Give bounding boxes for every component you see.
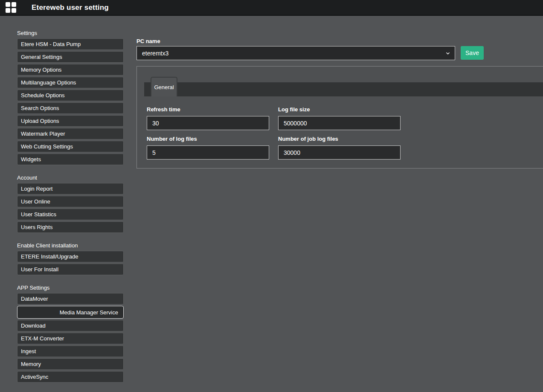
save-button[interactable]: Save — [461, 46, 484, 60]
app-header: Etereweb user setting — [0, 0, 543, 16]
number-of-job-log-files-input[interactable] — [278, 145, 401, 160]
sidebar-item-general-settings[interactable]: General Settings — [17, 51, 124, 63]
sidebar-item-etx-m-converter[interactable]: ETX-M Converter — [17, 333, 124, 344]
field-number-of-log-files: Number of log files — [147, 136, 269, 160]
sidebar-item-memory[interactable]: Memory — [17, 358, 124, 370]
refresh-time-input[interactable] — [147, 116, 269, 130]
sidebar-item-widgets[interactable]: Widgets — [17, 154, 124, 165]
sidebar-item-ingest[interactable]: Ingest — [17, 346, 124, 357]
sidebar: Settings Etere HSM - Data Pump General S… — [17, 30, 124, 384]
chevron-down-icon — [445, 50, 451, 56]
sidebar-item-media-manager-service[interactable]: Media Manager Service — [17, 306, 124, 319]
sidebar-item-web-cutting-settings[interactable]: Web Cutting Settings — [17, 141, 124, 152]
sidebar-item-etere-hsm-data-pump[interactable]: Etere HSM - Data Pump — [17, 38, 124, 50]
sidebar-item-login-report[interactable]: Login Report — [17, 183, 124, 195]
sidebar-item-user-online[interactable]: User Online — [17, 196, 124, 207]
sidebar-section-label: Enable Client installation — [17, 242, 124, 249]
main-content: PC name eteremtx3 Save General Refresh t… — [136, 38, 543, 168]
field-log-file-size: Log file size — [278, 106, 401, 130]
sidebar-item-users-rights[interactable]: Users Rights — [17, 221, 124, 233]
tab-general[interactable]: General — [151, 77, 177, 96]
sidebar-item-upload-options[interactable]: Upload Options — [17, 115, 124, 127]
settings-panel: General Refresh time Log file size Numbe… — [136, 66, 543, 168]
pc-name-row: eteremtx3 Save — [136, 46, 543, 60]
sidebar-section-label: Account — [17, 174, 124, 181]
sidebar-section-label: APP Settings — [17, 285, 124, 291]
sidebar-item-user-for-install[interactable]: User For Install — [17, 264, 124, 275]
sidebar-item-activesync[interactable]: ActiveSync — [17, 371, 124, 383]
sidebar-section-label: Settings — [17, 30, 124, 36]
sidebar-item-etere-install-upgrade[interactable]: ETERE Install/Upgrade — [17, 251, 124, 262]
sidebar-section-account: Account Login Report User Online User St… — [17, 174, 124, 233]
field-number-of-job-log-files: Number of job log files — [278, 136, 401, 160]
log-file-size-label: Log file size — [278, 106, 401, 113]
pc-name-selected-value: eteremtx3 — [142, 50, 168, 57]
sidebar-item-memory-options[interactable]: Memory Options — [17, 64, 124, 75]
sidebar-item-watermark-player[interactable]: Watermark Player — [17, 128, 124, 139]
sidebar-section-app-settings: APP Settings DataMover Media Manager Ser… — [17, 285, 124, 383]
sidebar-item-datamover[interactable]: DataMover — [17, 293, 124, 305]
pc-name-select[interactable]: eteremtx3 — [136, 46, 455, 60]
number-of-log-files-label: Number of log files — [147, 136, 269, 142]
sidebar-item-download[interactable]: Download — [17, 320, 124, 331]
sidebar-item-search-options[interactable]: Search Options — [17, 102, 124, 114]
settings-form: Refresh time Log file size Number of log… — [147, 106, 543, 160]
sidebar-item-multilanguage-options[interactable]: Multilanguage Options — [17, 77, 124, 88]
field-refresh-time: Refresh time — [147, 106, 269, 130]
number-of-log-files-input[interactable] — [147, 145, 269, 160]
number-of-job-log-files-label: Number of job log files — [278, 136, 401, 142]
sidebar-section-settings: Settings Etere HSM - Data Pump General S… — [17, 30, 124, 165]
log-file-size-input[interactable] — [278, 116, 401, 130]
sidebar-item-schedule-options[interactable]: Schedule Options — [17, 90, 124, 101]
pc-name-label: PC name — [136, 38, 543, 44]
refresh-time-label: Refresh time — [147, 106, 269, 113]
tab-strip: General — [144, 82, 543, 96]
sidebar-section-enable-client-installation: Enable Client installation ETERE Install… — [17, 242, 124, 275]
apps-grid-icon[interactable] — [6, 2, 16, 13]
page-title: Etereweb user setting — [32, 3, 109, 12]
sidebar-item-user-statistics[interactable]: User Statistics — [17, 209, 124, 220]
